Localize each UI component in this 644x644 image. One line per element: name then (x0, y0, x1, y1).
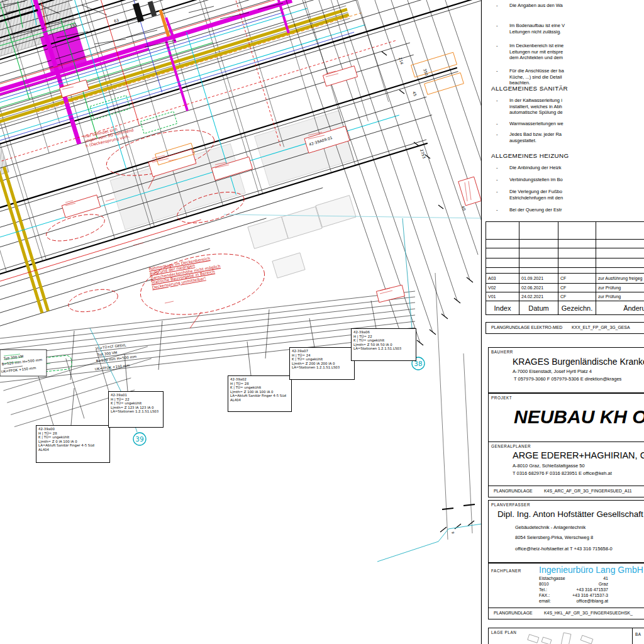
cad-plan-viewer: { "panel": { "bullet": "-", "notes": [ {… (0, 0, 644, 644)
planverfasser-name: Dipl. Ing. Anton Hofstätter Gesellschaft… (497, 509, 644, 519)
note-line: ausgestattet. (509, 138, 644, 144)
note-line: dem Architekten und dem (509, 55, 644, 61)
callout-42-39a01: 42-39a01H | TÜ= 22 K | TÜ= ungekühltL|mt… (108, 391, 164, 428)
green-highlight-boxes (90, 96, 177, 134)
note-line: Estrichdehnfugen mit den (509, 195, 644, 201)
bullet-dash: - (496, 43, 498, 49)
planverfasser-line2: Gebäudetechnik - Anlagentechnik (515, 525, 586, 530)
plangrundlage-label: PLANGRUNDLAGE ELEKTRO-MED (491, 325, 562, 330)
bullet-dash: - (496, 207, 498, 213)
note-line: Im Deckenbereich ist eine (509, 43, 644, 49)
plangrundlage-label: PLANGRUNDLAGE (494, 611, 533, 615)
bauherr-address: A-7000 Eisenstadt, Josef Hyrtl Platz 4 (513, 369, 592, 374)
revision-clouds (43, 121, 270, 325)
bullet-dash: - (496, 131, 498, 138)
note-line: In der Kaltwasserleitung i (509, 97, 644, 104)
svg-text:350: 350 (423, 68, 429, 76)
generalplaner-contact: T 0316 682976 F 0316 823951 E office@keh… (513, 470, 612, 476)
fachplaner-company: Ingenieurbüro Lang GmbH (539, 565, 643, 575)
svg-text:8: 8 (451, 531, 455, 534)
plan-rotated-group (0, 0, 482, 439)
callout-42-39a07: 42-39a07H | TÜ= 24 K | TÜ= ungekühltL|mt… (289, 347, 355, 380)
svg-text:UK=FFOK +150 mm: UK=FFOK +150 mm (94, 364, 130, 371)
note-item: - In der Kaltwasserleitung i installiert… (496, 97, 644, 116)
note-line: Warmwasserleitungen we (509, 121, 644, 127)
bullet-dash: - (496, 23, 498, 29)
svg-text:63: 63 (113, 18, 119, 23)
note-line: Die Angaben aus den Wa (509, 3, 644, 9)
bullet-dash: - (496, 97, 498, 104)
grid-bubble-39: 39 (133, 433, 146, 445)
room-fill (255, 111, 354, 186)
fachplaner-row: email:office@tblang.at (539, 599, 608, 603)
bauherr-name: KRAGES Burgenländische Krankenanstal (513, 357, 644, 367)
note-line: Leitungen nicht zulässig. (509, 29, 644, 35)
revision-row: A0301.09.2021 CFzur Ausführung freigeg (486, 274, 644, 284)
plangrundlage-hkl-bar: PLANGRUNDLAGE K4S_HKL_AF_GR_3G_FINGER4SU… (488, 608, 644, 619)
note-line: Jedes Bad bzw. jeder Ra (509, 131, 644, 138)
planverfasser-box: PLANVERFASSER Dipl. Ing. Anton Hofstätte… (488, 500, 644, 563)
fachplaner-row: 8010Graz (539, 582, 608, 586)
bauherr-box: BAUHERR KRAGES Burgenländische Krankenan… (488, 347, 644, 393)
note-item: - Im Deckenbereich ist eine Leitungen nu… (496, 43, 644, 61)
note-item: - Verbindungsstellen im Bo (496, 177, 644, 183)
fachplaner-row: FAX.:+43 316 471537-3 (539, 593, 608, 597)
projekt-label: PROJEKT (491, 396, 512, 400)
fachplaner-row: Eistachgasse41 (539, 576, 608, 580)
note-item: - Warmwasserleitungen we (496, 121, 644, 127)
note-line: Für die Anschlüsse der ba (509, 68, 644, 74)
planverfasser-label: PLANVERFASSER (491, 502, 530, 507)
svg-text:45: 45 (412, 91, 418, 97)
revision-row: V0202.06.2021 CFzur Prüfung (486, 284, 644, 292)
note-item: - Für die Anschlüsse der ba Küche, ...) … (496, 68, 644, 86)
fachplaner-row: Tel.:+43 316 471537 (539, 587, 608, 592)
lageplan-box: LAGE PLAN BA (488, 628, 644, 644)
bullet-dash: - (496, 189, 498, 195)
note-line: Küche, ...) sind die Detail (509, 74, 644, 80)
note-item: - Bei der Querung der Estr (496, 207, 644, 213)
revision-row: V0124.02.2021 CFzur Prüfung (486, 292, 644, 301)
bauherr-contact: T 057979-3060 F 057979-5306 E direktion@… (514, 376, 621, 382)
plangrundlage-value: KXX_ELT_FP_GR_3G_GESA (572, 325, 630, 330)
note-line: Verbindungsstellen im Bo (509, 177, 644, 183)
note-item: - Die Verlegung der Fußbo Estrichdehnfug… (496, 189, 644, 201)
revision-header-row: IndexDatum Gezeichn.Änderung (486, 301, 644, 315)
projekt-title: NEUBAU KH OBE (514, 406, 644, 428)
dimension-fan (286, 0, 482, 540)
note-line: installiert, welches in Abh (509, 104, 644, 110)
fachplaner-box: FACHPLANER Ingenieurbüro Lang GmbH Eista… (488, 563, 644, 609)
generalplaner-box: GENERALPLANER ARGE EDERER+HAGHIRIAN, GEN… (488, 441, 644, 487)
note-line: Bei der Querung der Estr (509, 207, 644, 213)
note-line: automatische Spülung de (509, 109, 644, 116)
planverfasser-line4: office@heiz-hofstaetter.at T +43 316 715… (515, 546, 613, 552)
bullet-dash: - (496, 121, 498, 127)
bullet-dash: - (496, 165, 498, 171)
floorplan-drawing: 38 39 (0, 0, 482, 644)
title-block-panel: - Die Angaben aus den Wa - Im Bodenaufba… (482, 0, 644, 644)
callout-42-39a00: 42-39a00H | TÜ= 28 K | TÜ= ungekühltL|mt… (36, 425, 110, 463)
note-item: - Im Bodenaufbau ist eine V Leitungen ni… (496, 23, 644, 35)
plangrundlage-elektro-bar: PLANGRUNDLAGE ELEKTRO-MED KXX_ELT_FP_GR_… (486, 322, 644, 334)
bullet-dash: - (496, 177, 498, 183)
svg-text:39: 39 (135, 435, 143, 443)
svg-text:40: 40 (461, 205, 467, 211)
note-line: Im Bodenaufbau ist eine V (509, 23, 644, 29)
lageplan-divider (632, 628, 633, 644)
planverfasser-line3: 8054 Seiersberg-Pirka, Werschweg 8 (515, 535, 593, 540)
projekt-box: PROJEKT NEUBAU KH OBE (488, 393, 644, 442)
plangrundlage-value: K4S_HKL_AF_GR_3G_FINGER4SUEDHSK_ (544, 611, 633, 615)
note-item: - Jedes Bad bzw. jeder Ra ausgestattet. (496, 131, 644, 143)
furniture-outlines (248, 196, 356, 279)
note-line: Leitungen nur mit entspre (509, 49, 644, 55)
plangrundlage-value: K4S_ARC_AF_GR_3G_FINGER4SUED_A11 (544, 489, 632, 493)
svg-text:VL+TÜ+LT GESVL: VL+TÜ+LT GESVL (95, 342, 126, 350)
generalplaner-label: GENERALPLANER (491, 444, 531, 448)
section-title-heizung: ALLGEMEINES HEIZUNG (491, 152, 569, 159)
fachplaner-label: FACHPLANER (491, 569, 521, 573)
note-line: Die Anbindung der Heizk (509, 165, 644, 171)
bauherr-label: BAUHERR (491, 350, 513, 354)
note-line: Die Verlegung der Fußbo (509, 189, 644, 195)
section-title-sanitaer: ALLGEMEINES SANITÄR (491, 85, 568, 92)
plangrundlage-arc-bar: PLANGRUNDLAGE K4S_ARC_AF_GR_3G_FINGER4SU… (488, 486, 644, 497)
callout-42-39a06: 42-39a06H | TÜ= 22 K | TÜ= ungekühltL|mt… (351, 328, 416, 361)
